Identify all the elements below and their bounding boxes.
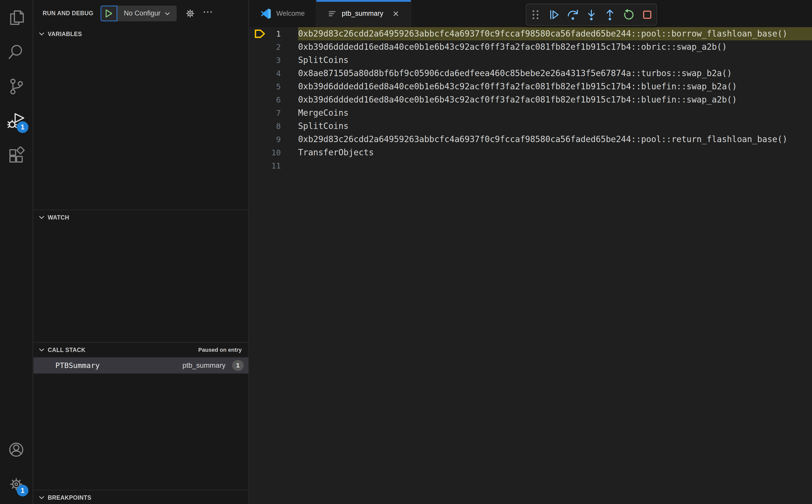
gutter-line-6[interactable] <box>249 93 265 106</box>
variables-section: VARIABLES <box>34 27 248 41</box>
debug-current-line-arrow-icon <box>254 29 265 38</box>
play-icon <box>105 9 113 18</box>
vscode-logo-icon <box>260 8 271 19</box>
chevron-down-icon <box>38 494 45 501</box>
code-text[interactable]: 0xb39d6dddedd16ed8a40ce0b1e6b43c92acf0ff… <box>298 40 812 54</box>
debug-toolbar <box>526 4 657 26</box>
gutter-line-10[interactable] <box>249 146 265 159</box>
close-tab-icon[interactable] <box>392 10 399 18</box>
sidebar-title: RUN AND DEBUG <box>43 10 93 17</box>
restart-button[interactable] <box>620 6 637 23</box>
stack-frame-badge: 1 <box>232 360 244 371</box>
paused-status-text: Paused on entry <box>198 347 242 353</box>
stop-button[interactable] <box>639 6 656 23</box>
stack-frame-name: PTBSummary <box>55 361 100 370</box>
account-icon <box>7 441 25 459</box>
step-out-button[interactable] <box>602 6 618 23</box>
chevron-down-icon <box>164 10 171 17</box>
step-over-button[interactable] <box>565 6 581 23</box>
toolbar-drag-handle[interactable] <box>527 6 544 23</box>
breakpoints-section-header[interactable]: BREAKPOINTS <box>34 490 248 504</box>
call-stack-section-header[interactable]: CALL STACK Paused on entry <box>34 343 248 357</box>
chevron-down-icon <box>38 30 45 38</box>
search-icon <box>7 43 25 61</box>
step-into-button[interactable] <box>583 6 600 23</box>
tab-ptb-summary[interactable]: ptb_summary <box>316 0 411 27</box>
code-text[interactable]: SplitCoins <box>298 120 812 133</box>
gutter-line-7[interactable] <box>249 106 265 120</box>
activity-item-source-control[interactable] <box>0 69 32 104</box>
run-and-debug-sidebar: RUN AND DEBUG No Configur <box>34 0 249 504</box>
activity-item-search[interactable] <box>0 35 32 69</box>
views-more-actions-button[interactable]: ⋯ <box>203 9 214 18</box>
configuration-label: No Configur <box>124 9 160 17</box>
editor-group: Welcome ptb_summary <box>249 0 812 504</box>
code-text[interactable]: MergeCoins <box>298 106 812 120</box>
variables-section-header[interactable]: VARIABLES <box>34 27 248 41</box>
gutter-line-8[interactable] <box>249 120 265 133</box>
extensions-icon <box>7 146 25 164</box>
code-editor[interactable]: 1 0xb29d83c26cdd2a64959263abbcfc4a6937f0… <box>249 27 812 504</box>
code-text[interactable]: 0xb29d83c26cdd2a64959263abbcfc4a6937f0c9… <box>298 27 812 40</box>
activity-item-extensions[interactable] <box>0 138 32 173</box>
code-line-6[interactable]: 6 0xb39d6dddedd16ed8a40ce0b1e6b43c92acf0… <box>249 93 812 106</box>
code-text[interactable]: 0xb39d6dddedd16ed8a40ce0b1e6b43c92acf0ff… <box>298 80 812 93</box>
code-line-1[interactable]: 1 0xb29d83c26cdd2a64959263abbcfc4a6937f0… <box>249 27 812 40</box>
start-debugging-button[interactable] <box>101 6 117 21</box>
code-text[interactable]: TransferObjects <box>298 146 812 159</box>
gutter-line-4[interactable] <box>249 67 265 80</box>
code-line-4[interactable]: 4 0x8ae871505a80d8bf6bf9c05906cda6edfeea… <box>249 67 812 80</box>
code-line-2[interactable]: 2 0xb39d6dddedd16ed8a40ce0b1e6b43c92acf0… <box>249 40 812 54</box>
gutter-line-1[interactable] <box>249 27 265 40</box>
activity-item-accounts[interactable] <box>0 432 32 467</box>
code-line-10[interactable]: 10 TransferObjects <box>249 146 812 159</box>
code-line-3[interactable]: 3 SplitCoins <box>249 54 812 67</box>
watch-section: WATCH <box>34 210 248 225</box>
activity-item-run-and-debug[interactable]: 1 <box>0 104 32 138</box>
gutter-line-5[interactable] <box>249 80 265 93</box>
breakpoints-section: BREAKPOINTS <box>34 490 248 504</box>
gutter-line-2[interactable] <box>249 40 265 54</box>
explorer-icon <box>7 8 25 26</box>
debug-badge: 1 <box>17 121 28 133</box>
call-stack-section: CALL STACK Paused on entry PTBSummary pt… <box>34 342 248 374</box>
code-text[interactable] <box>298 159 812 172</box>
settings-badge: 1 <box>17 485 28 496</box>
code-line-11[interactable]: 11 <box>249 159 812 172</box>
gutter-line-11[interactable] <box>249 159 265 172</box>
code-text[interactable]: SplitCoins <box>298 54 812 67</box>
stack-frame-source: ptb_summary <box>182 361 225 369</box>
code-line-9[interactable]: 9 0xb29d83c26cdd2a64959263abbcfc4a6937f0… <box>249 133 812 146</box>
watch-section-header[interactable]: WATCH <box>34 210 248 225</box>
continue-button[interactable] <box>546 6 563 23</box>
sidebar-header: RUN AND DEBUG No Configur <box>34 0 248 27</box>
activity-bar: 1 <box>0 0 33 504</box>
code-text[interactable]: 0xb29d83c26cdd2a64959263abbcfc4a6937f0c9… <box>298 133 812 146</box>
code-line-8[interactable]: 8 SplitCoins <box>249 120 812 133</box>
code-text[interactable]: 0x8ae871505a80d8bf6bf9c05906cda6edfeea46… <box>298 67 812 80</box>
run-control: No Configur <box>101 6 177 21</box>
code-line-7[interactable]: 7 MergeCoins <box>249 106 812 120</box>
code-line-5[interactable]: 5 0xb39d6dddedd16ed8a40ce0b1e6b43c92acf0… <box>249 80 812 93</box>
source-control-icon <box>7 77 25 95</box>
file-list-icon <box>327 9 337 18</box>
debug-settings-gear-button[interactable] <box>184 8 196 19</box>
debug-configuration-dropdown[interactable]: No Configur <box>117 6 177 21</box>
chevron-down-icon <box>38 214 45 221</box>
stack-frame-row[interactable]: PTBSummary ptb_summary 1 <box>34 357 248 374</box>
code-text[interactable]: 0xb39d6dddedd16ed8a40ce0b1e6b43c92acf0ff… <box>298 93 812 106</box>
gutter-line-3[interactable] <box>249 54 265 67</box>
activity-item-explorer[interactable] <box>0 0 32 35</box>
activity-item-settings[interactable]: 1 <box>0 467 32 501</box>
tab-welcome[interactable]: Welcome <box>249 0 316 27</box>
gutter-line-9[interactable] <box>249 133 265 146</box>
chevron-down-icon <box>38 346 45 354</box>
